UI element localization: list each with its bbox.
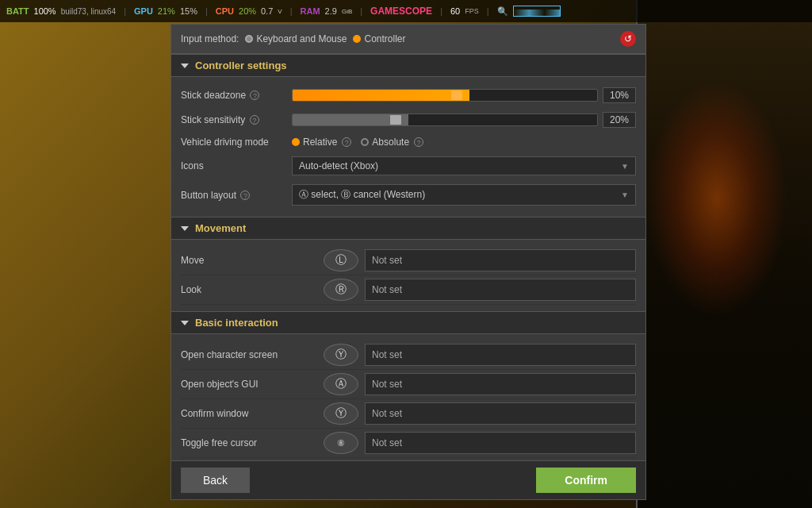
panel-footer: Back Confirm — [171, 460, 645, 499]
relative-radio[interactable] — [292, 138, 300, 146]
input-method-bar: Input method: Keyboard and Mouse Control… — [171, 25, 645, 54]
hud-cpu-val: 20% — [239, 6, 256, 16]
vehicle-driving-label: Vehicle driving mode — [181, 137, 292, 148]
section-basic-header: Basic interaction — [171, 311, 645, 334]
hud-sep3: | — [290, 6, 293, 16]
relative-label: Relative — [303, 137, 337, 148]
movement-area: Move Ⓛ Not set Look Ⓡ Not set — [171, 240, 645, 311]
icons-dropdown[interactable]: Auto-detect (Xbox) ▼ — [292, 156, 636, 175]
input-keyboard-option[interactable]: Keyboard and Mouse — [245, 33, 347, 44]
confirm-window-value[interactable]: Not set — [365, 402, 636, 425]
section-controller-header: Controller settings — [171, 54, 645, 77]
confirm-button[interactable]: Confirm — [536, 468, 636, 493]
keyboard-radio[interactable] — [245, 35, 253, 43]
object-gui-value[interactable]: Not set — [365, 373, 636, 395]
button-layout-label: Button layout ? — [181, 190, 292, 201]
button-layout-row: Button layout ? Ⓐ select, Ⓑ cancel (West… — [181, 180, 636, 210]
hud-sep4: | — [360, 6, 362, 16]
hud-gpu-label: GPU — [134, 6, 153, 16]
character-screen-label: Open character screen — [181, 349, 324, 360]
move-keybind-value[interactable]: Not set — [365, 249, 636, 271]
move-keybind-row: Move Ⓛ Not set — [181, 246, 636, 275]
absolute-info-icon[interactable]: ? — [414, 137, 423, 147]
deadzone-control: 10% — [292, 87, 636, 103]
absolute-radio[interactable] — [361, 138, 369, 146]
section-arrow-controller — [181, 64, 189, 68]
hud-gpu2: 15% — [180, 6, 197, 16]
relative-info-icon[interactable]: ? — [342, 137, 351, 147]
object-gui-label: Open object's GUI — [181, 379, 324, 390]
reset-button[interactable]: ↺ — [620, 31, 636, 47]
icons-row: Icons Auto-detect (Xbox) ▼ — [181, 152, 636, 180]
hud-battery-label: BATT — [6, 6, 29, 16]
relative-option[interactable]: Relative ? — [292, 137, 351, 148]
character-screen-row: Open character screen Ⓨ Not set — [181, 341, 636, 370]
object-gui-row: Open object's GUI Ⓐ Not set — [181, 370, 636, 399]
keyboard-label: Keyboard and Mouse — [256, 33, 347, 44]
hud-fps-label: FPS — [465, 7, 479, 15]
deadzone-thumb[interactable] — [451, 90, 462, 100]
controller-settings-area: Stick deadzone ? 10% Stick sensitivity ? — [171, 77, 645, 217]
vehicle-driving-control: Relative ? Absolute ? — [292, 137, 636, 148]
deadzone-value: 10% — [603, 87, 636, 103]
input-controller-option[interactable]: Controller — [353, 33, 405, 44]
button-layout-info-icon[interactable]: ? — [240, 190, 250, 200]
hud-graph-line — [514, 10, 560, 16]
character-screen-button[interactable]: Ⓨ — [324, 344, 358, 366]
hud-sep5: | — [440, 6, 442, 16]
controller-radio[interactable] — [353, 35, 361, 43]
controller-label: Controller — [364, 33, 405, 44]
look-button[interactable]: Ⓡ — [324, 279, 358, 301]
hud-battery-value: 100% — [34, 6, 56, 16]
hud-ram-super: GiB — [342, 8, 352, 15]
absolute-option[interactable]: Absolute ? — [361, 137, 423, 148]
hud-ram-label: RAM — [301, 6, 320, 16]
icons-dropdown-arrow: ▼ — [621, 162, 629, 171]
toggle-cursor-value[interactable]: Not set — [365, 432, 636, 454]
fire-effect — [645, 79, 788, 318]
vehicle-driving-row: Vehicle driving mode Relative ? Absolute… — [181, 133, 636, 152]
sensitivity-info-icon[interactable]: ? — [250, 115, 259, 125]
move-button[interactable]: Ⓛ — [324, 249, 358, 271]
sensitivity-slider[interactable] — [292, 114, 598, 126]
hud-cpu-super: V — [278, 8, 282, 15]
confirm-window-label: Confirm window — [181, 408, 324, 419]
hud-fps-val: 60 — [450, 6, 460, 16]
sensitivity-thumb[interactable] — [390, 115, 401, 125]
section-movement-header: Movement — [171, 217, 645, 240]
back-button[interactable]: Back — [181, 468, 250, 493]
stick-sensitivity-label: Stick sensitivity ? — [181, 114, 292, 125]
deadzone-slider[interactable] — [292, 89, 598, 102]
hud-gamescope: GAMESCOPE — [370, 6, 432, 17]
icons-label: Icons — [181, 160, 292, 171]
hud-build: build73, linux64 — [61, 7, 117, 16]
button-layout-dropdown[interactable]: Ⓐ select, Ⓑ cancel (Western) ▼ — [292, 184, 636, 206]
hud-ram-val: 2.9 — [325, 6, 337, 16]
hud-cpu2: 0.7 — [261, 6, 273, 16]
move-label: Move — [181, 255, 324, 266]
look-keybind-row: Look Ⓡ Not set — [181, 275, 636, 305]
look-keybind-value[interactable]: Not set — [365, 279, 636, 301]
panel-content[interactable]: Controller settings Stick deadzone ? 10% — [171, 54, 645, 460]
section-arrow-basic — [181, 321, 189, 325]
button-layout-dropdown-arrow: ▼ — [621, 190, 629, 199]
look-label: Look — [181, 284, 324, 295]
hud-sep6: | — [487, 6, 489, 16]
section-arrow-movement — [181, 226, 189, 231]
toggle-cursor-button[interactable]: ⑧ — [324, 432, 358, 454]
section-controller-title: Controller settings — [195, 60, 287, 71]
deadzone-fill — [293, 90, 469, 101]
stick-deadzone-label: Stick deadzone ? — [181, 90, 292, 101]
basic-interaction-area: Open character screen Ⓨ Not set Open obj… — [171, 334, 645, 460]
hud-sep2: | — [205, 6, 208, 16]
section-movement-title: Movement — [195, 222, 246, 234]
object-gui-button[interactable]: Ⓐ — [324, 373, 358, 395]
character-screen-value[interactable]: Not set — [365, 344, 636, 366]
confirm-window-button[interactable]: Ⓨ — [324, 402, 358, 425]
hud-search-icon: 🔍 — [497, 6, 508, 17]
deadzone-info-icon[interactable]: ? — [250, 90, 259, 100]
stick-sensitivity-row: Stick sensitivity ? 20% — [181, 108, 636, 133]
input-method-label: Input method: — [181, 33, 239, 44]
settings-dialog: Input method: Keyboard and Mouse Control… — [170, 24, 646, 500]
hud-sep1: | — [124, 6, 126, 16]
